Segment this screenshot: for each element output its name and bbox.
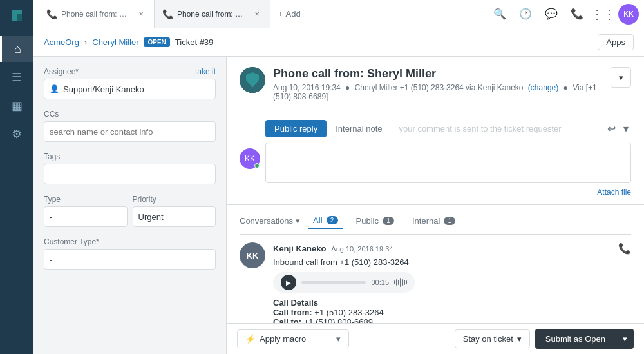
filter-all-label: All: [313, 215, 322, 225]
conversations-label: Conversations: [240, 216, 293, 226]
tab-2-icon: 📞: [162, 9, 173, 19]
message-avatar-container: KK: [240, 242, 265, 323]
phone-button[interactable]: 📞: [567, 4, 587, 25]
tab-2-label: Phone call from: Sheryl Miller #39: [177, 10, 248, 19]
ticket-header-action: ▾: [611, 67, 631, 88]
reply-actions: ↩ ▾: [605, 120, 631, 137]
stay-chevron-icon: ▾: [517, 334, 522, 344]
tags-input[interactable]: [44, 164, 216, 184]
more-reply-button[interactable]: ▾: [621, 120, 631, 137]
take-it-link[interactable]: take it: [195, 67, 216, 76]
filter-internal-label: Internal: [412, 216, 440, 226]
attach-file-link[interactable]: Attach file: [597, 188, 631, 197]
app-logo[interactable]: [6, 5, 27, 26]
tab-1-label: Phone call from: Caller +1 (510... #28: [61, 10, 132, 19]
home-icon: ⌂: [14, 43, 21, 56]
public-reply-tab[interactable]: Public reply: [265, 120, 327, 137]
assignee-input[interactable]: 👤 Support/Kenji Kaneko: [44, 79, 216, 99]
customer-type-field-group: Customer Type* -: [44, 237, 216, 270]
footer-bar: ⚡ Apply macro ▾ Stay on ticket ▾ Submit …: [227, 323, 644, 354]
ticket-dropdown-button[interactable]: ▾: [611, 67, 631, 88]
submit-dropdown-button[interactable]: ▾: [616, 329, 634, 349]
sidebar-item-home[interactable]: ⌂: [0, 36, 33, 62]
filter-internal-count: 1: [444, 217, 455, 225]
type-label: Type: [44, 195, 128, 204]
reply-tabs: Public reply Internal note your comment …: [265, 120, 631, 137]
sidebar-item-inbox[interactable]: ☰: [0, 64, 33, 90]
call-from-row: Call from: +1 (510) 283-3264: [273, 308, 631, 317]
apps-button[interactable]: Apps: [598, 34, 634, 50]
internal-note-tab[interactable]: Internal note: [327, 120, 391, 137]
submit-label: Submit as: [545, 334, 583, 344]
online-indicator: [254, 163, 260, 168]
reports-icon: ▦: [12, 99, 23, 113]
wave-3: [398, 280, 399, 285]
filter-public[interactable]: Public 1: [351, 213, 399, 228]
conv-filter-bar: Conversations ▾ All 2 Public 1 Interna: [240, 213, 631, 235]
priority-input[interactable]: Urgent: [133, 206, 216, 227]
wave-5: [402, 279, 403, 286]
ticket-header-content: Phone call from: Sheryl Miller Aug 10, 2…: [273, 67, 603, 101]
chevron-down-icon: ▾: [619, 73, 623, 83]
conversations-chevron-icon: ▾: [296, 216, 300, 226]
tab-2[interactable]: 📞 Phone call from: Sheryl Miller #39 ✕: [155, 0, 270, 28]
message-action-icon[interactable]: 📞: [618, 242, 631, 255]
tab-1-close[interactable]: ✕: [136, 9, 146, 19]
breadcrumb-org[interactable]: AcmeOrg: [44, 37, 79, 47]
format-button[interactable]: ↩: [605, 120, 618, 137]
ticket-meta: Aug 10, 2016 19:34 ● Cheryl Miller +1 (5…: [273, 83, 603, 101]
assignee-value: Support/Kenji Kaneko: [63, 84, 144, 94]
reply-avatar: KK: [240, 148, 260, 169]
clock-button[interactable]: 🕐: [515, 4, 536, 25]
ticket-title: Phone call from: Sheryl Miller: [273, 67, 603, 81]
customer-type-input[interactable]: -: [44, 249, 216, 270]
assignee-field-group: Assignee* take it 👤 Support/Kenji Kaneko: [44, 67, 216, 99]
chat-button[interactable]: 💬: [541, 4, 562, 25]
filter-internal[interactable]: Internal 1: [407, 213, 460, 228]
call-to-value: +1 (510) 808-6689: [304, 317, 373, 323]
user-avatar[interactable]: KK: [618, 4, 639, 25]
submit-status: Open: [585, 334, 605, 344]
priority-value: Urgent: [138, 212, 164, 222]
comment-input[interactable]: [265, 143, 631, 183]
message-avatar: KK: [240, 242, 265, 268]
tab-2-close[interactable]: ✕: [252, 9, 262, 19]
user-icon: 👤: [50, 84, 59, 93]
submit-main[interactable]: Submit as Open: [535, 329, 616, 349]
play-button[interactable]: ▶: [281, 275, 296, 290]
tab-bar-actions: 🔍 🕐 💬 📞 ⋮⋮ KK: [489, 4, 639, 25]
tags-field-group: Tags: [44, 152, 216, 184]
apply-macro-button[interactable]: ⚡ Apply macro ▾: [237, 329, 349, 348]
progress-bar[interactable]: [301, 281, 366, 284]
tab-bar: 📞 Phone call from: Caller +1 (510... #28…: [33, 0, 644, 28]
filter-all-count: 2: [327, 216, 338, 224]
audio-waves: [394, 278, 407, 287]
customer-type-value: -: [50, 255, 52, 264]
submit-chevron-icon: ▾: [623, 334, 627, 344]
call-details-header: Call Details: [273, 298, 631, 308]
tab-add[interactable]: + Add: [270, 9, 308, 19]
conversations-area: Conversations ▾ All 2 Public 1 Interna: [227, 205, 644, 323]
grid-button[interactable]: ⋮⋮: [592, 4, 613, 25]
ccs-label: CCs: [44, 110, 216, 119]
sidebar-item-settings[interactable]: ⚙: [0, 121, 33, 147]
wave-4: [400, 278, 401, 287]
change-link[interactable]: (change): [528, 83, 558, 92]
ticket-avatar: [240, 67, 265, 93]
type-input[interactable]: -: [44, 206, 128, 227]
type-priority-row: Type - Priority Urgent: [44, 195, 216, 237]
reply-placeholder-text: your comment is sent to the ticket reque…: [399, 120, 605, 137]
conversations-dropdown[interactable]: Conversations ▾: [240, 216, 300, 226]
tab-add-label: Add: [286, 9, 301, 19]
inbox-icon: ☰: [12, 70, 22, 84]
search-button[interactable]: 🔍: [489, 4, 510, 25]
sidebar-item-reports[interactable]: ▦: [0, 93, 33, 119]
stay-on-ticket-button[interactable]: Stay on ticket ▾: [455, 329, 530, 348]
call-to-row: Call to: +1 (510) 808-6689: [273, 317, 631, 323]
submit-button[interactable]: Submit as Open ▾: [535, 329, 634, 349]
ccs-input[interactable]: [44, 121, 216, 142]
reply-input-row: KK Public reply Internal note your comme…: [240, 120, 631, 197]
filter-all[interactable]: All 2: [308, 213, 343, 229]
breadcrumb-contact[interactable]: Cheryl Miller: [92, 37, 138, 47]
tab-1[interactable]: 📞 Phone call from: Caller +1 (510... #28…: [39, 0, 155, 28]
